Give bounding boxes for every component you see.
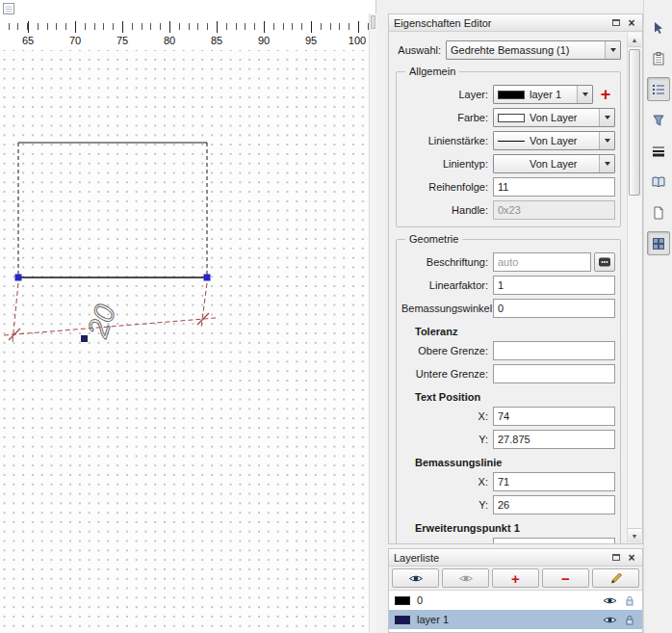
dimension-extension-line-2[interactable]	[201, 283, 207, 328]
dock-line-attributes-button[interactable]	[647, 139, 670, 163]
undock-icon	[612, 19, 620, 26]
show-all-layers-button[interactable]	[392, 568, 439, 588]
selection-handle-right[interactable]	[204, 275, 211, 281]
selection-label: Auswahl:	[396, 44, 446, 56]
scroll-down-button[interactable]: ▼	[628, 528, 641, 542]
dock-block-list-button[interactable]	[647, 231, 670, 255]
dock-properties-editor-button[interactable]	[647, 77, 670, 101]
handle-input	[493, 200, 615, 220]
bemassungswinkel-input[interactable]	[493, 299, 615, 318]
reihenfolge-row: Reihenfolge:	[401, 177, 615, 197]
linearfaktor-row: Linearfaktor:	[401, 276, 615, 295]
layer-label: Layer:	[401, 89, 493, 100]
canvas-scrollbar-thumb[interactable]	[371, 15, 375, 29]
ruler-label: 65	[22, 35, 34, 46]
book-icon	[651, 174, 666, 190]
layer-row: Layer: layer 1 +	[401, 85, 615, 104]
eye-icon	[408, 573, 424, 584]
special-chars-button[interactable]	[594, 252, 615, 272]
linienstaerke-label: Linienstärke:	[401, 135, 493, 146]
ext-x-input[interactable]	[493, 538, 615, 543]
obere-grenze-label: Obere Grenze:	[401, 345, 493, 356]
linearfaktor-input[interactable]	[493, 276, 615, 295]
plus-icon: +	[511, 571, 520, 586]
scrollbar-thumb[interactable]	[629, 49, 640, 196]
dock-edit-tool-button[interactable]	[647, 15, 670, 40]
close-icon: ×	[628, 552, 634, 564]
selection-combobox-value: Gedrehte Bemassung (1)	[451, 44, 602, 56]
toleranz-section-title: Toleranz	[415, 326, 615, 337]
handle-label: Handle:	[401, 204, 493, 216]
selection-handle-left[interactable]	[15, 275, 22, 281]
reihenfolge-input[interactable]	[493, 177, 615, 197]
layer-lock-icon[interactable]	[625, 594, 634, 607]
undock-button[interactable]	[608, 551, 624, 565]
obere-grenze-row: Obere Grenze:	[401, 341, 615, 360]
layer-combobox[interactable]: layer 1	[493, 85, 593, 104]
undock-button[interactable]	[608, 16, 624, 30]
funnel-icon	[651, 113, 666, 128]
linienstaerke-combobox[interactable]: Von Layer	[493, 131, 615, 150]
text-y-row: Y:	[401, 430, 615, 449]
eye-disabled-icon	[458, 573, 474, 584]
reihenfolge-label: Reihenfolge:	[401, 181, 493, 193]
line-y-input[interactable]	[493, 495, 615, 514]
untere-grenze-input[interactable]	[493, 364, 615, 383]
farbe-combobox-value: Von Layer	[530, 112, 596, 123]
close-button[interactable]: ×	[624, 16, 639, 30]
obere-grenze-input[interactable]	[493, 341, 615, 360]
drawing-area[interactable]: 20	[0, 50, 369, 633]
linientyp-row: Linientyp: Von Layer	[401, 154, 615, 173]
horizontal-ruler: 65 70 75 80 85 90 95 100	[0, 0, 369, 50]
remove-layer-button[interactable]: −	[542, 568, 589, 588]
dock-clipboard-button[interactable]	[647, 46, 670, 70]
layer-panel-title: Layerliste	[394, 552, 608, 564]
layer-row-1[interactable]: layer 1	[389, 610, 642, 629]
add-layer-button[interactable]: +	[492, 568, 539, 588]
layer-combobox-value: layer 1	[530, 89, 574, 100]
blocks-icon	[651, 236, 666, 251]
layer-row-0[interactable]: 0	[389, 591, 642, 610]
document-corner-icon	[2, 2, 15, 15]
selection-combobox[interactable]: Gedrehte Bemassung (1)	[446, 40, 621, 60]
farbe-combobox[interactable]: Von Layer	[493, 108, 615, 127]
geometrie-group-title: Geometrie	[405, 233, 462, 245]
layer-visibility-icon[interactable]	[603, 595, 617, 606]
drawing-svg: 20	[0, 50, 369, 633]
beschriftung-input[interactable]	[493, 252, 591, 272]
linientyp-combobox[interactable]: Von Layer	[493, 154, 615, 173]
text-y-label: Y:	[401, 434, 493, 445]
untere-grenze-label: Untere Grenze:	[401, 368, 493, 380]
minus-icon: −	[561, 571, 570, 586]
selection-row: Auswahl: Gedrehte Bemassung (1)	[396, 40, 621, 60]
line-x-row: X:	[401, 472, 615, 491]
clipboard-icon	[651, 51, 666, 66]
dock-filter-button[interactable]	[647, 108, 670, 132]
bemassungswinkel-row: Bemassungswinkel:	[401, 299, 615, 318]
layer-toolbar: + −	[389, 567, 642, 591]
close-button[interactable]: ×	[624, 551, 639, 565]
canvas-vertical-scrollbar[interactable]	[369, 13, 376, 633]
layer-color-swatch	[498, 91, 525, 99]
dimension-line-handle[interactable]	[81, 335, 88, 342]
text-position-section-title: Text Position	[415, 391, 615, 403]
hide-all-layers-button[interactable]	[442, 568, 489, 588]
properties-scrollbar[interactable]: ▲ ▼	[627, 33, 641, 542]
line-x-input[interactable]	[493, 472, 615, 491]
layer-visibility-icon[interactable]	[603, 615, 617, 625]
scroll-up-button[interactable]: ▲	[628, 33, 641, 47]
line-y-label: Y:	[401, 499, 493, 511]
chevron-down-icon	[577, 86, 592, 103]
properties-panel-titlebar: Eigenschaften Editor ×	[389, 14, 642, 32]
dock-library-browser-button[interactable]	[647, 170, 670, 194]
layer-lock-icon[interactable]	[625, 614, 634, 626]
add-layer-button[interactable]: +	[596, 85, 615, 104]
text-x-input[interactable]	[493, 407, 615, 426]
edit-layer-button[interactable]	[592, 568, 639, 588]
text-y-input[interactable]	[493, 430, 615, 449]
cursor-icon	[651, 20, 666, 36]
chevron-down-icon	[605, 41, 620, 59]
farbe-label: Farbe:	[401, 112, 493, 123]
dock-document-button[interactable]	[647, 200, 670, 224]
line-widths-icon	[651, 144, 666, 159]
